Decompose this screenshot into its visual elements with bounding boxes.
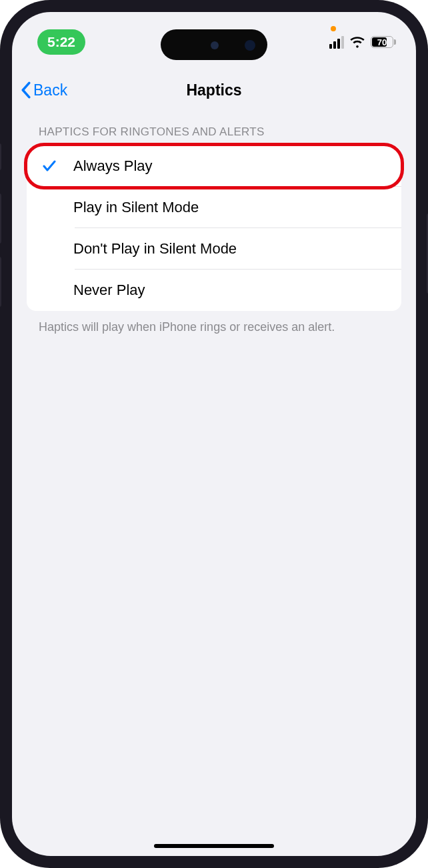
- battery-icon: 70: [371, 36, 396, 48]
- screen: 5:22 70: [12, 12, 416, 856]
- home-indicator[interactable]: [154, 844, 274, 848]
- dynamic-island: [161, 29, 267, 60]
- option-label: Don't Play in Silent Mode: [73, 240, 237, 258]
- side-button: [0, 143, 1, 170]
- option-label: Always Play: [73, 157, 153, 175]
- nav-bar: Back Haptics: [12, 72, 416, 108]
- volume-up-button: [0, 193, 1, 244]
- option-always-play[interactable]: Always Play: [27, 145, 401, 187]
- options-list: Always Play Play in Silent Mode: [27, 145, 401, 311]
- battery-pct: 70: [377, 37, 387, 47]
- back-label: Back: [33, 81, 67, 99]
- section-footer: Haptics will play when iPhone rings or r…: [27, 311, 401, 335]
- option-label: Never Play: [73, 282, 145, 299]
- section-header: HAPTICS FOR RINGTONES AND ALERTS: [27, 119, 401, 145]
- back-button[interactable]: Back: [20, 81, 67, 99]
- option-dont-play-in-silent-mode[interactable]: Don't Play in Silent Mode: [27, 228, 401, 270]
- time-badge[interactable]: 5:22: [37, 29, 85, 55]
- status-indicators: 70: [329, 34, 396, 50]
- option-label: Play in Silent Mode: [73, 199, 199, 216]
- volume-down-button: [0, 257, 1, 307]
- checkmark-icon: [41, 158, 57, 174]
- chevron-left-icon: [20, 81, 32, 99]
- privacy-dot-icon: [331, 26, 336, 31]
- option-play-in-silent-mode[interactable]: Play in Silent Mode: [27, 187, 401, 228]
- page-title: Haptics: [186, 81, 241, 99]
- option-never-play[interactable]: Never Play: [27, 270, 401, 311]
- cellular-icon: [329, 36, 344, 49]
- wifi-icon: [349, 34, 365, 50]
- device-frame: 5:22 70: [0, 0, 428, 868]
- content-area: HAPTICS FOR RINGTONES AND ALERTS Always …: [12, 119, 416, 856]
